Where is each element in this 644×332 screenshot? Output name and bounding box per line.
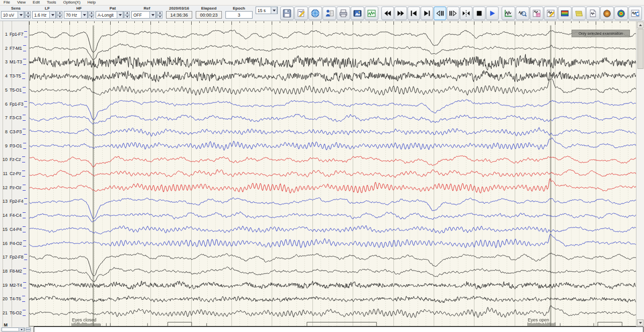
channel-number: 3 [0, 59, 8, 64]
patient-info-button[interactable] [323, 7, 336, 20]
save-button[interactable] [280, 7, 294, 20]
channel-label: Fp1-F3 [10, 102, 23, 107]
pattern-combo[interactable]: A-Longit [96, 11, 124, 19]
page-selector[interactable] [2, 327, 25, 331]
sens-step-down[interactable] [25, 15, 31, 19]
channel-row: 12Pz-Oz [0, 184, 26, 191]
menu-edit[interactable]: Edit [29, 0, 43, 5]
next-epoch-icon [448, 9, 458, 18]
wave-annotate-button[interactable] [544, 7, 557, 20]
ref-stepper [157, 11, 163, 19]
menu-tools[interactable]: Tools [43, 0, 60, 5]
sens-combo[interactable]: 10 uV [1, 11, 25, 19]
wave-zoom-button[interactable] [516, 7, 529, 20]
fast-forward-button[interactable] [394, 7, 407, 20]
channel-number: 15 [0, 227, 8, 232]
chevron-down-icon[interactable] [49, 11, 56, 19]
rewind-button[interactable] [381, 7, 394, 20]
chevron-down-icon[interactable] [271, 7, 277, 14]
globe-button[interactable] [308, 7, 322, 20]
lf-step-up[interactable] [57, 11, 62, 15]
timeline-scrollbar[interactable] [34, 326, 643, 332]
ref-step-up[interactable] [157, 11, 163, 15]
channel-label: P3-O1 [10, 143, 22, 148]
elapsed-time-button[interactable]: 00:00:23 [196, 11, 222, 19]
channel-label: F4-C4 [10, 213, 22, 218]
timebase-value: 15 s [258, 8, 266, 13]
pattern-step-down[interactable] [124, 15, 130, 19]
sens-step-up[interactable] [25, 11, 31, 15]
scroll-down-icon[interactable] [637, 319, 643, 326]
wave-axes-icon [504, 9, 513, 18]
ref-step-down[interactable] [157, 15, 163, 19]
prev-epoch-button[interactable] [434, 7, 446, 20]
hf-step-down[interactable] [89, 15, 94, 19]
wave-refresh-button[interactable] [628, 7, 642, 20]
channel-gutter: 1Fp1-F72F7-M13M1-T34T3-T55T5-O16Fp1-F37F… [0, 21, 29, 327]
timebase-combo[interactable]: 15 s [256, 7, 278, 14]
first-page-button[interactable] [408, 7, 420, 20]
menu-view[interactable]: View [14, 0, 29, 5]
pattern-stepper [124, 11, 130, 19]
hf-step-up[interactable] [89, 11, 94, 15]
play-icon [488, 9, 497, 18]
pattern-step-up[interactable] [124, 11, 130, 15]
ref-combo[interactable]: OFF [131, 11, 156, 19]
menu-option[interactable]: Option(X) [60, 0, 84, 5]
channel-number: 16 [0, 241, 8, 246]
hf-group: HF 70 Hz [64, 6, 94, 19]
lf-value: 1.6 Hz [34, 13, 47, 18]
head-topography-button[interactable] [614, 7, 628, 20]
analysis-tool-group [502, 7, 642, 20]
menu-file[interactable]: File [0, 0, 14, 5]
next-epoch-button[interactable] [447, 7, 459, 20]
channel-row: 10Fz-Cz [0, 156, 25, 163]
wave-axes-button[interactable] [502, 7, 515, 20]
menu-help[interactable]: Help [84, 0, 99, 5]
center-cursor-button[interactable] [460, 7, 472, 20]
wave-document-button[interactable] [586, 7, 600, 20]
ref-value: OFF [133, 13, 142, 18]
pattern-label: Pat [110, 6, 116, 11]
stop-button[interactable] [473, 7, 486, 20]
snapshot-button[interactable] [351, 7, 364, 20]
vertical-scrollbar[interactable] [636, 21, 644, 327]
rewind-icon [383, 9, 392, 18]
channel-number: 7 [0, 115, 8, 120]
chevron-down-icon[interactable] [81, 11, 88, 19]
scroll-up-icon[interactable] [637, 22, 643, 28]
last-page-button[interactable] [421, 7, 433, 20]
calibration-mark-icon [23, 226, 26, 232]
chevron-down-icon[interactable] [18, 11, 24, 19]
sens-label: Sens [11, 6, 21, 11]
hf-combo[interactable]: 70 Hz [64, 11, 88, 19]
spectrogram-button[interactable] [558, 7, 572, 20]
chevron-down-icon[interactable] [149, 11, 156, 19]
head-map-button[interactable] [600, 7, 614, 20]
hf-value: 70 Hz [66, 13, 77, 18]
scrollbar-thumb[interactable] [637, 29, 643, 69]
print-button[interactable] [337, 7, 350, 20]
calibration-mark-icon [22, 73, 25, 79]
wave-report-button[interactable] [530, 7, 543, 20]
channel-label: T6-O2 [10, 310, 22, 315]
lf-label: LF [45, 6, 50, 11]
notes-button[interactable] [572, 7, 586, 20]
channel-row: 3M1-T3 [0, 59, 26, 65]
trend-wave-icon [367, 9, 376, 18]
trend-wave-button[interactable] [365, 7, 378, 20]
channel-number: 18 [0, 269, 8, 274]
eeg-trace-canvas[interactable] [29, 21, 636, 327]
head-topography-icon [616, 9, 626, 18]
chevron-down-icon[interactable] [117, 11, 123, 19]
ref-label: Ref [144, 6, 150, 11]
record-time-button[interactable]: 14:36:36 [166, 11, 192, 19]
eeg-display-area: 1Fp1-F72F7-M13M1-T34T3-T55T5-O16Fp1-F37F… [0, 21, 644, 327]
play-button[interactable] [486, 7, 499, 20]
lf-step-down[interactable] [57, 15, 62, 19]
channel-label: Fp2-F8 [10, 255, 23, 260]
lf-combo[interactable]: 1.6 Hz [32, 11, 56, 19]
montage-edit-button[interactable] [294, 7, 308, 20]
center-cursor-icon [461, 9, 471, 18]
page-step-down[interactable] [26, 329, 31, 331]
